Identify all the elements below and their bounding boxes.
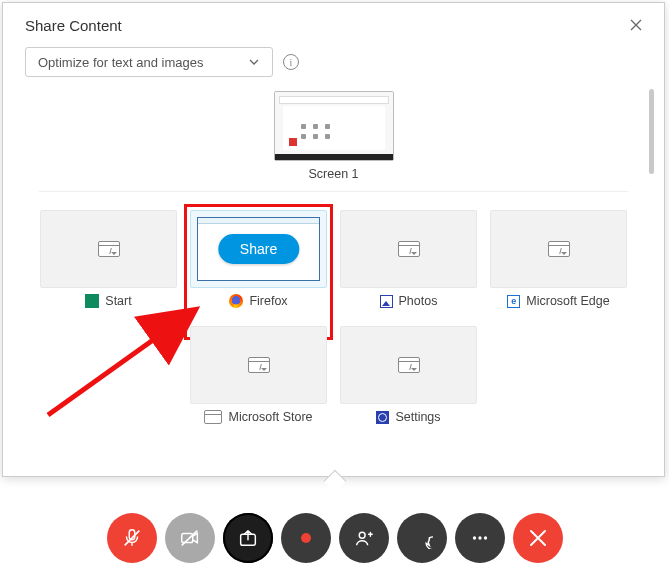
app-label-settings: Settings bbox=[395, 410, 440, 424]
end-call-button[interactable] bbox=[513, 513, 563, 563]
app-label-start: Start bbox=[105, 294, 131, 308]
svg-point-7 bbox=[478, 536, 481, 539]
more-icon bbox=[469, 527, 491, 549]
app-tile-start[interactable] bbox=[40, 210, 177, 288]
svg-point-6 bbox=[472, 536, 475, 539]
app-tile-store[interactable] bbox=[190, 326, 327, 404]
optimize-dropdown[interactable]: Optimize for text and images bbox=[25, 47, 273, 77]
info-icon[interactable]: i bbox=[283, 54, 299, 70]
app-label-edge: Microsoft Edge bbox=[526, 294, 609, 308]
window-icon bbox=[398, 241, 420, 257]
settings-icon bbox=[376, 411, 389, 424]
optimize-dropdown-value: Optimize for text and images bbox=[38, 55, 203, 70]
firefox-icon bbox=[229, 294, 243, 308]
share-screen-button[interactable] bbox=[223, 513, 273, 563]
scrollbar[interactable] bbox=[649, 89, 654, 174]
start-icon bbox=[85, 294, 99, 308]
app-tile-firefox[interactable]: Share bbox=[190, 210, 327, 288]
close-button[interactable] bbox=[624, 13, 648, 37]
record-button[interactable] bbox=[281, 513, 331, 563]
share-icon bbox=[237, 527, 259, 549]
mute-button[interactable] bbox=[107, 513, 157, 563]
photos-icon bbox=[380, 295, 393, 308]
participants-button[interactable] bbox=[339, 513, 389, 563]
video-button[interactable] bbox=[165, 513, 215, 563]
chat-button[interactable] bbox=[397, 513, 447, 563]
app-item-photos: Photos bbox=[340, 210, 477, 308]
chevron-down-icon bbox=[248, 56, 260, 68]
svg-point-5 bbox=[359, 532, 365, 538]
window-icon bbox=[248, 357, 270, 373]
record-icon bbox=[301, 533, 311, 543]
share-content-dialog: Share Content Optimize for text and imag… bbox=[2, 2, 665, 477]
app-item-settings: Settings bbox=[340, 326, 477, 424]
applications-grid: Start Share Firefox bbox=[39, 210, 628, 424]
app-tile-edge[interactable] bbox=[490, 210, 627, 288]
share-button[interactable]: Share bbox=[218, 234, 299, 264]
window-icon bbox=[398, 357, 420, 373]
screens-section: Screen 1 bbox=[39, 83, 628, 192]
app-item-edge: e Microsoft Edge bbox=[490, 210, 627, 308]
app-label-store: Microsoft Store bbox=[228, 410, 312, 424]
app-tile-photos[interactable] bbox=[340, 210, 477, 288]
dialog-title: Share Content bbox=[25, 17, 122, 34]
close-icon bbox=[529, 529, 547, 547]
window-icon bbox=[98, 241, 120, 257]
svg-point-8 bbox=[483, 536, 486, 539]
camera-off-icon bbox=[179, 527, 201, 549]
screen-tile-1[interactable] bbox=[274, 91, 394, 161]
chat-icon bbox=[411, 527, 433, 549]
app-label-firefox: Firefox bbox=[249, 294, 287, 308]
app-label-photos: Photos bbox=[399, 294, 438, 308]
edge-icon: e bbox=[507, 295, 520, 308]
app-item-store: Microsoft Store bbox=[190, 326, 327, 424]
window-icon bbox=[548, 241, 570, 257]
mic-muted-icon bbox=[121, 527, 143, 549]
screen-1-label: Screen 1 bbox=[308, 167, 358, 181]
participants-icon bbox=[353, 527, 375, 549]
meeting-toolbar bbox=[0, 513, 669, 563]
close-icon bbox=[630, 19, 642, 31]
app-item-start: Start bbox=[40, 210, 177, 308]
app-tile-settings[interactable] bbox=[340, 326, 477, 404]
more-button[interactable] bbox=[455, 513, 505, 563]
store-icon bbox=[204, 410, 222, 424]
share-content-body: Screen 1 Start Share Firefox bbox=[9, 83, 658, 468]
app-item-firefox: Share Firefox bbox=[190, 210, 327, 308]
